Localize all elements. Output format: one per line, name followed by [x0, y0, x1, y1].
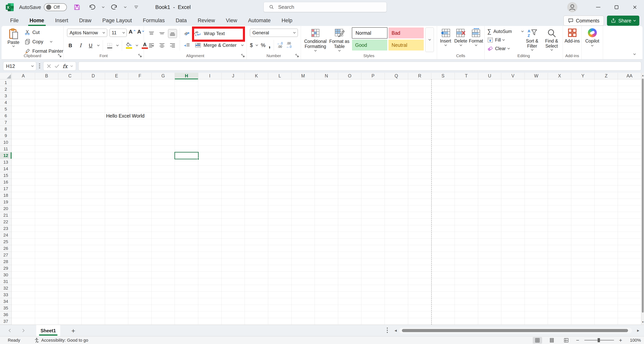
row-header[interactable]: 3 — [0, 93, 12, 99]
align-left-button[interactable] — [147, 41, 156, 50]
format-cells-button[interactable]: Format — [469, 28, 483, 46]
italic-button[interactable]: I — [77, 42, 84, 49]
cell-style-normal[interactable]: Normal — [352, 28, 387, 39]
tab-help[interactable]: Help — [276, 15, 298, 26]
underline-button[interactable]: U — [87, 42, 94, 49]
tab-formulas[interactable]: Formulas — [138, 15, 170, 26]
row-header[interactable]: 28 — [0, 258, 12, 265]
vertical-scrollbar-thumb[interactable] — [642, 79, 644, 313]
format-as-table-button[interactable]: Format as Table — [329, 28, 350, 52]
tab-data[interactable]: Data — [170, 15, 192, 26]
row-header[interactable]: 23 — [0, 225, 12, 232]
zoom-in-button[interactable]: + — [619, 337, 622, 343]
select-all-button[interactable] — [0, 73, 12, 79]
horizontal-scrollbar-thumb[interactable] — [402, 329, 628, 332]
row-header[interactable]: 25 — [0, 238, 12, 245]
copilot-button[interactable]: Copilot — [582, 28, 603, 47]
currency-dropdown-icon[interactable] — [256, 44, 258, 46]
underline-dropdown-icon[interactable] — [97, 44, 100, 46]
row-header[interactable]: 7 — [0, 119, 12, 126]
wrap-text-button[interactable]: abc Wrap Text — [195, 29, 225, 38]
column-header[interactable]: L — [268, 73, 292, 79]
column-header[interactable]: A — [12, 73, 35, 79]
horizontal-scrollbar[interactable]: ◀ ▶ — [393, 327, 640, 334]
minimize-button[interactable] — [589, 0, 607, 15]
row-header[interactable]: 6 — [0, 113, 12, 119]
normal-view-button[interactable] — [533, 337, 542, 343]
find-select-button[interactable]: Find & Select — [542, 28, 561, 51]
merge-center-button[interactable]: Merge & Center — [195, 41, 243, 50]
merge-center-dropdown-icon[interactable] — [241, 44, 244, 46]
tab-page-layout[interactable]: Page Layout — [97, 15, 137, 26]
maximize-button[interactable] — [607, 0, 626, 15]
paste-button[interactable]: Paste — [5, 28, 22, 52]
row-header[interactable]: 4 — [0, 99, 12, 106]
new-sheet-button[interactable]: + — [70, 327, 77, 335]
row-header[interactable]: 27 — [0, 252, 12, 258]
column-header[interactable]: Q — [385, 73, 408, 79]
row-header[interactable]: 9 — [0, 132, 12, 139]
conditional-formatting-button[interactable]: Conditional Formatting — [303, 28, 328, 52]
copy-button[interactable]: Copy — [24, 38, 63, 46]
increase-decimal-button[interactable]: ←.0.00 — [277, 42, 283, 49]
previous-sheet-button[interactable] — [8, 328, 13, 333]
alignment-dialog-launcher-icon[interactable] — [241, 54, 245, 58]
sort-filter-button[interactable]: AZ Sort & Filter — [523, 28, 542, 51]
formula-input[interactable] — [78, 62, 641, 71]
tab-view[interactable]: View — [221, 15, 242, 26]
column-header[interactable]: K — [245, 73, 268, 79]
redo-button[interactable] — [109, 2, 119, 12]
vertical-scrollbar[interactable]: ▲ ▼ — [641, 73, 644, 325]
column-header[interactable]: M — [292, 73, 315, 79]
column-header[interactable]: Z — [595, 73, 618, 79]
column-header[interactable]: S — [431, 73, 455, 79]
fill-handle[interactable] — [197, 158, 199, 160]
row-header[interactable]: 20 — [0, 205, 12, 212]
tab-draw[interactable]: Draw — [74, 15, 96, 26]
close-button[interactable] — [626, 0, 644, 15]
top-align-button[interactable] — [147, 29, 156, 38]
column-header[interactable]: C — [58, 73, 82, 79]
row-header[interactable]: 17 — [0, 185, 12, 192]
insert-function-button[interactable]: fx — [62, 63, 68, 69]
accessibility-status[interactable]: Accessibility: Good to go — [34, 337, 88, 343]
clear-button[interactable]: Clear — [487, 45, 510, 53]
scroll-up-icon[interactable]: ▲ — [642, 74, 644, 77]
cut-button[interactable]: Cut — [24, 29, 63, 36]
column-header[interactable]: F — [128, 73, 152, 79]
decrease-decimal-button[interactable]: .00→.0 — [286, 42, 292, 49]
row-header[interactable]: 26 — [0, 245, 12, 252]
row-header[interactable]: 33 — [0, 291, 12, 298]
bottom-align-button[interactable] — [168, 29, 177, 38]
column-header[interactable]: P — [361, 73, 385, 79]
orientation-button[interactable]: ab — [183, 29, 192, 38]
fill-dropdown-icon[interactable] — [502, 38, 505, 41]
fill-color-button[interactable] — [126, 42, 132, 49]
row-header[interactable]: 11 — [0, 146, 12, 152]
decrease-indent-button[interactable] — [183, 41, 192, 50]
tab-automate[interactable]: Automate — [243, 15, 276, 26]
autosave-control[interactable]: AutoSave Off — [19, 3, 67, 11]
cell-style-bad[interactable]: Bad — [388, 28, 424, 39]
scroll-left-icon[interactable]: ◀ — [394, 329, 397, 332]
row-header[interactable]: 12 — [0, 152, 12, 159]
bold-button[interactable]: B — [67, 42, 74, 49]
tab-file[interactable]: File — [5, 15, 24, 26]
column-header[interactable]: D — [82, 73, 105, 79]
decrease-font-size-button[interactable]: A — [137, 29, 141, 35]
zoom-level[interactable]: 100% — [627, 338, 641, 343]
row-header[interactable]: 35 — [0, 305, 12, 311]
scroll-down-icon[interactable]: ▼ — [642, 320, 644, 323]
row-header[interactable]: 15 — [0, 172, 12, 179]
font-size-select[interactable]: 11 — [110, 29, 127, 37]
column-header[interactable]: T — [455, 73, 478, 79]
next-sheet-button[interactable] — [20, 328, 25, 333]
number-format-select[interactable]: General — [250, 29, 298, 37]
column-header[interactable]: U — [478, 73, 502, 79]
comma-button[interactable]: , — [268, 44, 270, 47]
cell-style-good[interactable]: Good — [352, 40, 387, 51]
insert-function-dropdown-icon[interactable] — [70, 64, 73, 67]
column-header[interactable]: I — [198, 73, 222, 79]
tab-review[interactable]: Review — [192, 15, 220, 26]
column-header[interactable]: B — [35, 73, 58, 79]
